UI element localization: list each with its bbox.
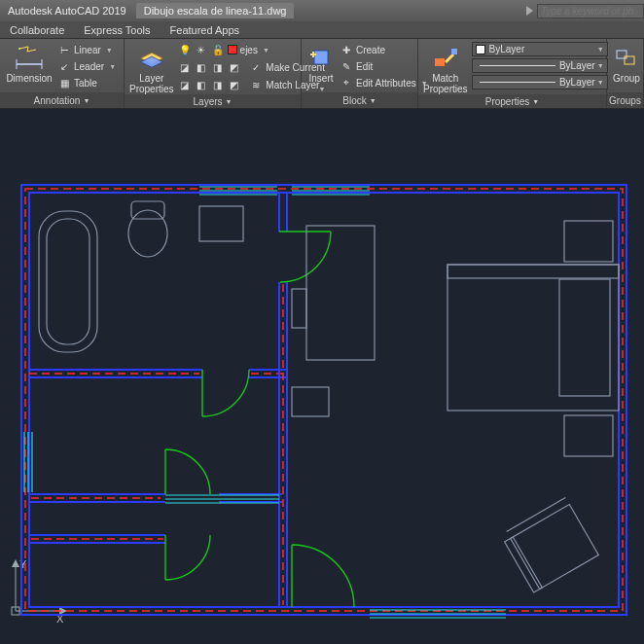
layer-iso-icon[interactable]: ◧: [195, 60, 208, 74]
dimension-icon: [15, 44, 44, 71]
lineweight-selector[interactable]: ByLayer ▼: [472, 58, 608, 73]
insert-icon: [306, 44, 336, 71]
match-layer-icon: ≋: [249, 78, 263, 91]
svg-rect-62: [559, 279, 610, 396]
linetype-value: ByLayer: [559, 77, 595, 88]
edit-attrs-icon: ⌖: [340, 76, 353, 89]
svg-rect-63: [564, 221, 613, 262]
edit-attrs-button[interactable]: ⌖Edit Attributes▼: [340, 75, 428, 90]
svg-rect-58: [306, 226, 375, 360]
create-icon: ✚: [340, 43, 353, 56]
tab-collaborate[interactable]: Collaborate: [0, 22, 74, 38]
table-icon: ▦: [57, 76, 71, 89]
lock-icon: 🔓: [211, 43, 225, 56]
chevron-down-icon: ▼: [319, 86, 326, 92]
layer-d-icon[interactable]: ◩: [228, 78, 241, 91]
layer-a-icon[interactable]: ◪: [178, 78, 192, 91]
layer-b-icon[interactable]: ◧: [195, 78, 208, 91]
svg-rect-15: [29, 193, 619, 607]
dimension-button[interactable]: Dimension: [5, 42, 54, 92]
tab-featured-apps[interactable]: Featured Apps: [161, 22, 250, 38]
color-value: ByLayer: [489, 44, 525, 54]
panel-label-block[interactable]: Block▼: [302, 92, 417, 108]
layer-lock-icon[interactable]: ◩: [228, 60, 241, 74]
match-properties-label: Match Properties: [423, 73, 468, 94]
chevron-down-icon: ▼: [109, 63, 116, 70]
leader-icon: ↙: [57, 59, 71, 73]
insert-label: Insert: [308, 73, 333, 84]
layer-properties-button[interactable]: Layer Properties: [129, 42, 174, 94]
svg-rect-6: [451, 49, 457, 54]
lineweight-preview: [480, 65, 555, 66]
layer-off-icon[interactable]: ◪: [178, 60, 192, 74]
search-input[interactable]: [537, 4, 644, 18]
layer-properties-icon: [137, 44, 166, 71]
file-tab[interactable]: Dibujo escala de linea-11.dwg: [136, 3, 295, 18]
lightbulb-icon: 💡: [178, 43, 192, 56]
svg-rect-68: [292, 387, 329, 416]
match-properties-button[interactable]: Match Properties: [423, 42, 468, 94]
panel-annotation: Dimension ⊢ Linear ▼ ↙ Leader ▼ ▦ Table: [0, 39, 125, 108]
insert-button[interactable]: Insert ▼: [306, 42, 336, 92]
svg-rect-60: [447, 265, 619, 411]
svg-rect-5: [435, 58, 445, 66]
title-bar: Autodesk AutoCAD 2019 Dibujo escala de l…: [0, 0, 644, 21]
layer-c-icon[interactable]: ◨: [211, 78, 225, 91]
floorplan: [21, 185, 626, 618]
linetype-selector[interactable]: ByLayer ▼: [472, 75, 608, 89]
ribbon-tabs: Collaborate Express Tools Featured Apps: [0, 21, 644, 39]
edit-icon: ✎: [340, 59, 353, 73]
leader-label: Leader: [74, 61, 104, 72]
panel-label-annotation[interactable]: Annotation▼: [0, 92, 124, 108]
edit-attrs-label: Edit Attributes: [356, 78, 416, 89]
tab-express-tools[interactable]: Express Tools: [74, 22, 160, 38]
group-button[interactable]: Group: [612, 42, 641, 92]
match-properties-icon: [431, 44, 460, 71]
make-current-icon: ✓: [249, 60, 263, 74]
create-button[interactable]: ✚Create: [340, 42, 428, 57]
svg-rect-61: [447, 265, 619, 278]
table-button[interactable]: ▦ Table: [57, 75, 116, 90]
table-label: Table: [74, 78, 97, 89]
svg-point-55: [128, 210, 167, 257]
app-name: Autodesk AutoCAD 2019: [8, 5, 126, 17]
leader-button[interactable]: ↙ Leader ▼: [57, 58, 116, 74]
svg-rect-64: [564, 415, 613, 456]
group-icon: [612, 44, 641, 71]
svg-rect-4: [314, 51, 328, 64]
edit-button[interactable]: ✎Edit: [340, 58, 428, 74]
drawing-canvas[interactable]: X Y: [0, 109, 644, 644]
color-swatch: [476, 45, 485, 54]
svg-rect-16: [25, 189, 623, 611]
panel-layers: Layer Properties 💡 ☀ 🔓 ejes ▼ ◪ ◧ ◨ ◩: [125, 39, 302, 108]
group-label: Group: [613, 73, 640, 84]
svg-rect-59: [292, 289, 306, 328]
play-icon[interactable]: [526, 6, 533, 16]
panel-properties: Match Properties ByLayer ▼ ByLayer ▼ ByL…: [418, 39, 607, 108]
chevron-down-icon: ▼: [263, 47, 269, 54]
svg-line-67: [507, 498, 566, 532]
chevron-down-icon: ▼: [106, 47, 113, 54]
panel-label-layers[interactable]: Layers▼: [125, 94, 301, 108]
chevron-down-icon: ▼: [597, 79, 604, 86]
linetype-preview: [480, 82, 555, 83]
layer-freeze-icon[interactable]: ◨: [211, 60, 225, 74]
color-selector[interactable]: ByLayer ▼: [472, 42, 608, 56]
edit-label: Edit: [356, 61, 373, 72]
create-label: Create: [356, 45, 385, 55]
panel-label-groups[interactable]: Groups: [607, 92, 643, 108]
linear-icon: ⊢: [57, 43, 71, 56]
linear-button[interactable]: ⊢ Linear ▼: [57, 42, 116, 57]
svg-rect-57: [199, 206, 243, 241]
layer-color-swatch: [228, 45, 237, 54]
panel-groups: Group Groups: [607, 39, 644, 108]
layer-current-name: ejes: [240, 45, 258, 55]
panel-label-properties[interactable]: Properties▼: [418, 94, 606, 108]
layer-properties-label: Layer Properties: [129, 73, 174, 94]
dimension-label: Dimension: [6, 73, 52, 84]
panel-block: Insert ▼ ✚Create ✎Edit ⌖Edit Attributes▼…: [302, 39, 418, 108]
svg-rect-14: [21, 185, 626, 615]
lineweight-value: ByLayer: [559, 60, 595, 71]
linear-label: Linear: [74, 45, 101, 55]
svg-rect-54: [47, 219, 89, 344]
